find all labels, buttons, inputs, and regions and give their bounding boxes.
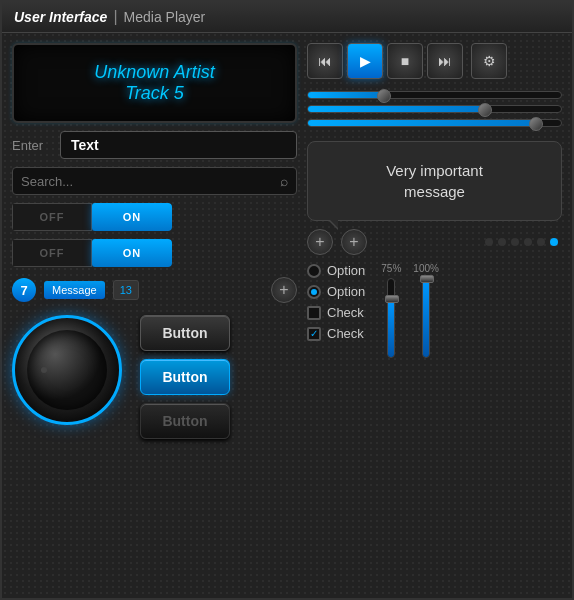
- v-slider-fill-1: [388, 299, 394, 358]
- options-column: Option Option Check: [307, 263, 365, 341]
- text-input[interactable]: [60, 131, 297, 159]
- v-slider-label-2: 100%: [413, 263, 439, 274]
- buttons-column: Button Button Button: [140, 315, 230, 439]
- checkmark: ✓: [310, 328, 318, 339]
- vertical-sliders: 75% 100%: [381, 263, 439, 358]
- toggle-switch-2[interactable]: OFF ON: [12, 239, 172, 267]
- content-area: Unknown Artist Track 5 Enter ⌕ OFF ON: [2, 33, 572, 453]
- input-label: Enter: [12, 138, 52, 153]
- knob-outer: [12, 315, 122, 425]
- option-label-2: Option: [327, 284, 365, 299]
- v-slider-thumb-2: [420, 275, 434, 283]
- header-divider: |: [113, 8, 117, 26]
- knob-dot: [41, 367, 47, 373]
- option-label-1: Option: [327, 263, 365, 278]
- option-item-2[interactable]: Option: [307, 284, 365, 299]
- prev-button[interactable]: ⏮: [307, 43, 343, 79]
- toggle-row-2: OFF ON: [12, 239, 297, 267]
- option-item-3[interactable]: Check: [307, 305, 365, 320]
- checkbox-2[interactable]: ✓: [307, 327, 321, 341]
- slider-track-3[interactable]: [307, 119, 562, 127]
- slider-fill-1: [308, 92, 384, 98]
- radio-inner-2: [311, 289, 317, 295]
- slider-fill-3: [308, 120, 536, 126]
- radio-2[interactable]: [307, 285, 321, 299]
- slider-track-2[interactable]: [307, 105, 562, 113]
- checkbox-1[interactable]: [307, 306, 321, 320]
- track-artist: Unknown Artist: [28, 62, 281, 83]
- radio-1[interactable]: [307, 264, 321, 278]
- toggle-off-2[interactable]: OFF: [12, 239, 92, 267]
- v-slider-label-1: 75%: [381, 263, 401, 274]
- action-button-2[interactable]: Button: [140, 359, 230, 395]
- v-slider-wrapper-2: 100%: [413, 263, 439, 358]
- player-controls: ⏮ ▶ ■ ⏭ ⚙: [307, 43, 562, 79]
- v-slider-thumb-1: [385, 295, 399, 303]
- badge-count: 13: [113, 280, 139, 300]
- action-button-1[interactable]: Button: [140, 315, 230, 351]
- slider-track-1[interactable]: [307, 91, 562, 99]
- search-row: ⌕: [12, 167, 297, 195]
- add-button-2[interactable]: +: [307, 229, 333, 255]
- right-panel: ⏮ ▶ ■ ⏭ ⚙: [307, 43, 562, 443]
- add-button-1[interactable]: +: [271, 277, 297, 303]
- dot-1: [485, 238, 493, 246]
- badge-row: 7 Message 13 +: [12, 277, 297, 303]
- knob-container[interactable]: [12, 315, 122, 425]
- main-container: User Interface | Media Player Unknown Ar…: [0, 0, 574, 600]
- dot-2: [498, 238, 506, 246]
- toggle-on-1[interactable]: ON: [92, 203, 172, 231]
- settings-button[interactable]: ⚙: [471, 43, 507, 79]
- bottom-row: Button Button Button: [12, 311, 297, 443]
- message-bubble: Very importantmessage: [307, 141, 562, 221]
- badge-number: 7: [12, 278, 36, 302]
- dot-3: [511, 238, 519, 246]
- options-sliders-row: Option Option Check: [307, 263, 562, 358]
- slider-container: [307, 91, 562, 133]
- v-slider-wrapper-1: 75%: [381, 263, 401, 358]
- dot-6: [550, 238, 558, 246]
- slider-fill-2: [308, 106, 485, 112]
- toggle-off-1[interactable]: OFF: [12, 203, 92, 231]
- slider-thumb-2: [478, 103, 492, 117]
- search-input[interactable]: [21, 174, 280, 189]
- search-icon: ⌕: [280, 173, 288, 189]
- toggle-switch-1[interactable]: OFF ON: [12, 203, 172, 231]
- option-item-4[interactable]: ✓ Check: [307, 326, 365, 341]
- slider-thumb-1: [377, 89, 391, 103]
- header-title-ui: User Interface: [14, 9, 107, 25]
- next-button[interactable]: ⏭: [427, 43, 463, 79]
- action-button-3[interactable]: Button: [140, 403, 230, 439]
- play-button[interactable]: ▶: [347, 43, 383, 79]
- v-slider-track-1[interactable]: [387, 278, 395, 358]
- track-name: Track 5: [28, 83, 281, 104]
- left-panel: Unknown Artist Track 5 Enter ⌕ OFF ON: [12, 43, 297, 443]
- option-item-1[interactable]: Option: [307, 263, 365, 278]
- header: User Interface | Media Player: [2, 2, 572, 33]
- dot-4: [524, 238, 532, 246]
- toggle-row-1: OFF ON: [12, 203, 297, 231]
- toggle-on-2[interactable]: ON: [92, 239, 172, 267]
- check-label-1: Check: [327, 305, 364, 320]
- check-label-2: Check: [327, 326, 364, 341]
- message-text: Very importantmessage: [386, 160, 483, 202]
- text-input-row: Enter: [12, 131, 297, 159]
- knob-inner: [27, 330, 107, 410]
- track-display: Unknown Artist Track 5: [12, 43, 297, 123]
- slider-thumb-3: [529, 117, 543, 131]
- add-button-3[interactable]: +: [341, 229, 367, 255]
- add-row: + +: [307, 229, 562, 255]
- stop-button[interactable]: ■: [387, 43, 423, 79]
- dots-row: [375, 238, 562, 246]
- badge-message: Message: [44, 281, 105, 299]
- header-title-media: Media Player: [124, 9, 206, 25]
- dot-5: [537, 238, 545, 246]
- v-slider-track-2[interactable]: [422, 278, 430, 358]
- v-slider-fill-2: [423, 279, 429, 357]
